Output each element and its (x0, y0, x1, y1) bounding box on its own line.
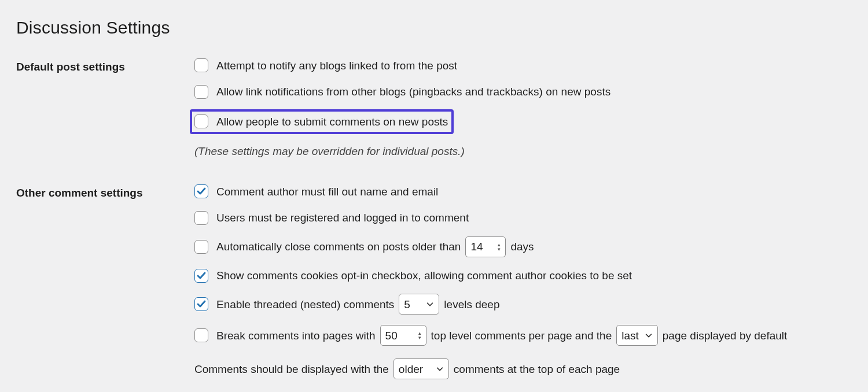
option-cookies: Show comments cookies opt-in checkbox, a… (194, 267, 852, 285)
option-pingbacks: Allow link notifications from other blog… (194, 83, 852, 101)
settings-form: Default post settings Attempt to notify … (16, 57, 852, 389)
checkbox-allow-comments[interactable] (194, 114, 208, 128)
label-threaded-post: levels deep (444, 297, 499, 313)
checkbox-pingbacks[interactable] (194, 85, 208, 99)
check-icon (197, 299, 206, 309)
chevron-down-icon (426, 300, 434, 308)
label-threaded-pre: Enable threaded (nested) comments (216, 297, 394, 313)
option-paginate: Break comments into pages with 50 ▴▾ top… (194, 324, 852, 347)
input-auto-close-days[interactable]: 14 ▴▾ (465, 236, 506, 257)
checkbox-author-fill[interactable] (194, 184, 208, 198)
label-registered: Users must be registered and logged in t… (216, 210, 469, 226)
option-auto-close: Automatically close comments on posts ol… (194, 235, 852, 258)
input-paginate-count[interactable]: 50 ▴▾ (380, 325, 426, 346)
option-threaded: Enable threaded (nested) comments 5 leve… (194, 293, 852, 316)
option-notify-blogs: Attempt to notify any blogs linked to fr… (194, 57, 852, 75)
select-paginate-which[interactable]: last (616, 325, 658, 346)
check-icon (197, 271, 206, 280)
chevron-down-icon (645, 331, 653, 339)
page-title: Discussion Settings (16, 15, 852, 40)
select-threaded-levels[interactable]: 5 (399, 294, 439, 315)
label-order-post: comments at the top of each page (454, 361, 620, 378)
checkbox-paginate[interactable] (194, 328, 208, 342)
checkbox-auto-close[interactable] (194, 240, 208, 254)
label-auto-close-post: days (510, 239, 534, 255)
section-label-default-post: Default post settings (16, 57, 194, 75)
option-allow-comments: Allow people to submit comments on new p… (190, 109, 454, 135)
label-paginate-mid: top level comments per page and the (431, 328, 612, 344)
label-order-pre: Comments should be displayed with the (194, 361, 389, 378)
stepper-icon: ▴▾ (418, 331, 421, 340)
note-override: (These settings may be overridden for in… (194, 143, 852, 160)
option-registered: Users must be registered and logged in t… (194, 209, 852, 227)
section-label-other-comment: Other comment settings (16, 183, 194, 201)
label-cookies: Show comments cookies opt-in checkbox, a… (216, 268, 632, 284)
label-auto-close-pre: Automatically close comments on posts ol… (216, 239, 461, 255)
option-order: Comments should be displayed with the ol… (194, 357, 852, 380)
checkbox-cookies[interactable] (194, 269, 208, 283)
label-pingbacks: Allow link notifications from other blog… (216, 84, 610, 100)
checkbox-notify-blogs[interactable] (194, 58, 208, 72)
label-paginate-pre: Break comments into pages with (216, 328, 376, 344)
checkbox-registered[interactable] (194, 211, 208, 225)
label-allow-comments: Allow people to submit comments on new p… (216, 114, 448, 130)
label-notify-blogs: Attempt to notify any blogs linked to fr… (216, 58, 457, 74)
chevron-down-icon (436, 365, 444, 373)
option-author-fill: Comment author must fill out name and em… (194, 183, 852, 201)
stepper-icon: ▴▾ (498, 242, 501, 252)
select-order-which[interactable]: older (393, 358, 449, 379)
section-other-comment: Other comment settings Comment author mu… (16, 183, 852, 389)
label-paginate-post: page displayed by default (663, 328, 788, 344)
section-default-post: Default post settings Attempt to notify … (16, 57, 852, 160)
checkbox-threaded[interactable] (194, 297, 208, 311)
label-author-fill: Comment author must fill out name and em… (216, 184, 438, 200)
check-icon (197, 187, 206, 196)
